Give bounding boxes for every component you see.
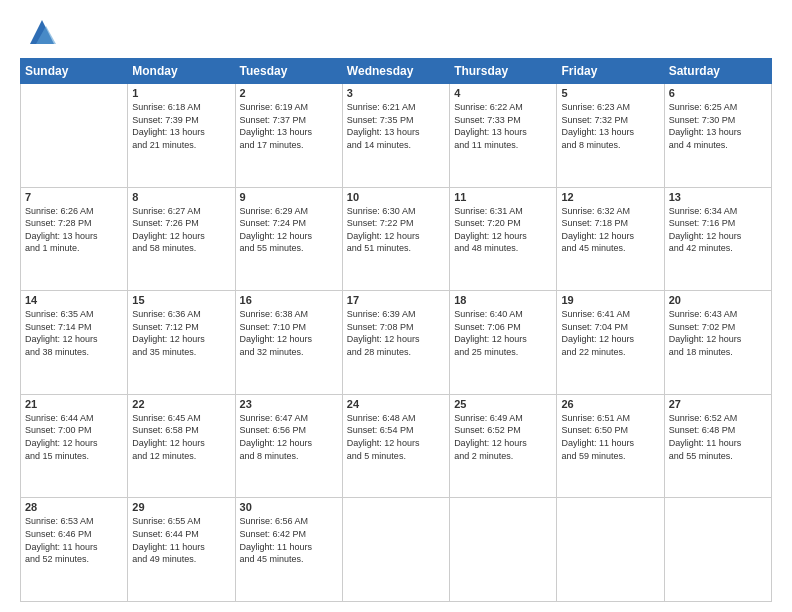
cell-info: Sunrise: 6:25 AM Sunset: 7:30 PM Dayligh… — [669, 101, 767, 151]
logo-icon — [26, 16, 58, 48]
day-number: 10 — [347, 191, 445, 203]
calendar-cell: 6Sunrise: 6:25 AM Sunset: 7:30 PM Daylig… — [664, 84, 771, 188]
day-number: 20 — [669, 294, 767, 306]
calendar-cell — [450, 498, 557, 602]
cell-info: Sunrise: 6:45 AM Sunset: 6:58 PM Dayligh… — [132, 412, 230, 462]
calendar-cell: 9Sunrise: 6:29 AM Sunset: 7:24 PM Daylig… — [235, 187, 342, 291]
calendar-cell: 11Sunrise: 6:31 AM Sunset: 7:20 PM Dayli… — [450, 187, 557, 291]
weekday-header-thursday: Thursday — [450, 59, 557, 84]
day-number: 18 — [454, 294, 552, 306]
cell-info: Sunrise: 6:19 AM Sunset: 7:37 PM Dayligh… — [240, 101, 338, 151]
calendar-cell — [557, 498, 664, 602]
weekday-header-monday: Monday — [128, 59, 235, 84]
weekday-header-row: SundayMondayTuesdayWednesdayThursdayFrid… — [21, 59, 772, 84]
day-number: 29 — [132, 501, 230, 513]
cell-info: Sunrise: 6:18 AM Sunset: 7:39 PM Dayligh… — [132, 101, 230, 151]
calendar-cell: 7Sunrise: 6:26 AM Sunset: 7:28 PM Daylig… — [21, 187, 128, 291]
cell-info: Sunrise: 6:39 AM Sunset: 7:08 PM Dayligh… — [347, 308, 445, 358]
day-number: 12 — [561, 191, 659, 203]
cell-info: Sunrise: 6:53 AM Sunset: 6:46 PM Dayligh… — [25, 515, 123, 565]
cell-info: Sunrise: 6:22 AM Sunset: 7:33 PM Dayligh… — [454, 101, 552, 151]
cell-info: Sunrise: 6:31 AM Sunset: 7:20 PM Dayligh… — [454, 205, 552, 255]
weekday-header-friday: Friday — [557, 59, 664, 84]
calendar-cell: 22Sunrise: 6:45 AM Sunset: 6:58 PM Dayli… — [128, 394, 235, 498]
day-number: 27 — [669, 398, 767, 410]
day-number: 1 — [132, 87, 230, 99]
day-number: 22 — [132, 398, 230, 410]
calendar-cell: 14Sunrise: 6:35 AM Sunset: 7:14 PM Dayli… — [21, 291, 128, 395]
weekday-header-sunday: Sunday — [21, 59, 128, 84]
day-number: 13 — [669, 191, 767, 203]
calendar-cell: 3Sunrise: 6:21 AM Sunset: 7:35 PM Daylig… — [342, 84, 449, 188]
cell-info: Sunrise: 6:51 AM Sunset: 6:50 PM Dayligh… — [561, 412, 659, 462]
weekday-header-wednesday: Wednesday — [342, 59, 449, 84]
header — [20, 16, 772, 48]
calendar-cell: 30Sunrise: 6:56 AM Sunset: 6:42 PM Dayli… — [235, 498, 342, 602]
calendar-cell: 27Sunrise: 6:52 AM Sunset: 6:48 PM Dayli… — [664, 394, 771, 498]
calendar-cell — [21, 84, 128, 188]
calendar-cell: 12Sunrise: 6:32 AM Sunset: 7:18 PM Dayli… — [557, 187, 664, 291]
day-number: 17 — [347, 294, 445, 306]
calendar-cell: 25Sunrise: 6:49 AM Sunset: 6:52 PM Dayli… — [450, 394, 557, 498]
cell-info: Sunrise: 6:32 AM Sunset: 7:18 PM Dayligh… — [561, 205, 659, 255]
cell-info: Sunrise: 6:36 AM Sunset: 7:12 PM Dayligh… — [132, 308, 230, 358]
day-number: 21 — [25, 398, 123, 410]
calendar-cell: 21Sunrise: 6:44 AM Sunset: 7:00 PM Dayli… — [21, 394, 128, 498]
cell-info: Sunrise: 6:26 AM Sunset: 7:28 PM Dayligh… — [25, 205, 123, 255]
day-number: 30 — [240, 501, 338, 513]
cell-info: Sunrise: 6:21 AM Sunset: 7:35 PM Dayligh… — [347, 101, 445, 151]
weekday-header-saturday: Saturday — [664, 59, 771, 84]
cell-info: Sunrise: 6:55 AM Sunset: 6:44 PM Dayligh… — [132, 515, 230, 565]
day-number: 4 — [454, 87, 552, 99]
day-number: 7 — [25, 191, 123, 203]
calendar-cell: 10Sunrise: 6:30 AM Sunset: 7:22 PM Dayli… — [342, 187, 449, 291]
calendar-cell: 24Sunrise: 6:48 AM Sunset: 6:54 PM Dayli… — [342, 394, 449, 498]
day-number: 26 — [561, 398, 659, 410]
cell-info: Sunrise: 6:43 AM Sunset: 7:02 PM Dayligh… — [669, 308, 767, 358]
calendar-cell: 18Sunrise: 6:40 AM Sunset: 7:06 PM Dayli… — [450, 291, 557, 395]
day-number: 5 — [561, 87, 659, 99]
calendar-cell: 19Sunrise: 6:41 AM Sunset: 7:04 PM Dayli… — [557, 291, 664, 395]
page: SundayMondayTuesdayWednesdayThursdayFrid… — [0, 0, 792, 612]
calendar-cell: 29Sunrise: 6:55 AM Sunset: 6:44 PM Dayli… — [128, 498, 235, 602]
cell-info: Sunrise: 6:48 AM Sunset: 6:54 PM Dayligh… — [347, 412, 445, 462]
cell-info: Sunrise: 6:34 AM Sunset: 7:16 PM Dayligh… — [669, 205, 767, 255]
cell-info: Sunrise: 6:44 AM Sunset: 7:00 PM Dayligh… — [25, 412, 123, 462]
calendar-cell: 16Sunrise: 6:38 AM Sunset: 7:10 PM Dayli… — [235, 291, 342, 395]
cell-info: Sunrise: 6:47 AM Sunset: 6:56 PM Dayligh… — [240, 412, 338, 462]
day-number: 19 — [561, 294, 659, 306]
calendar-cell: 5Sunrise: 6:23 AM Sunset: 7:32 PM Daylig… — [557, 84, 664, 188]
calendar-cell — [342, 498, 449, 602]
calendar-cell: 13Sunrise: 6:34 AM Sunset: 7:16 PM Dayli… — [664, 187, 771, 291]
calendar-cell — [664, 498, 771, 602]
calendar-cell: 20Sunrise: 6:43 AM Sunset: 7:02 PM Dayli… — [664, 291, 771, 395]
cell-info: Sunrise: 6:56 AM Sunset: 6:42 PM Dayligh… — [240, 515, 338, 565]
calendar-cell: 4Sunrise: 6:22 AM Sunset: 7:33 PM Daylig… — [450, 84, 557, 188]
calendar-cell: 15Sunrise: 6:36 AM Sunset: 7:12 PM Dayli… — [128, 291, 235, 395]
day-number: 23 — [240, 398, 338, 410]
cell-info: Sunrise: 6:30 AM Sunset: 7:22 PM Dayligh… — [347, 205, 445, 255]
cell-info: Sunrise: 6:52 AM Sunset: 6:48 PM Dayligh… — [669, 412, 767, 462]
day-number: 25 — [454, 398, 552, 410]
calendar-cell: 26Sunrise: 6:51 AM Sunset: 6:50 PM Dayli… — [557, 394, 664, 498]
day-number: 14 — [25, 294, 123, 306]
cell-info: Sunrise: 6:29 AM Sunset: 7:24 PM Dayligh… — [240, 205, 338, 255]
cell-info: Sunrise: 6:40 AM Sunset: 7:06 PM Dayligh… — [454, 308, 552, 358]
cell-info: Sunrise: 6:38 AM Sunset: 7:10 PM Dayligh… — [240, 308, 338, 358]
day-number: 8 — [132, 191, 230, 203]
week-row-3: 21Sunrise: 6:44 AM Sunset: 7:00 PM Dayli… — [21, 394, 772, 498]
day-number: 16 — [240, 294, 338, 306]
day-number: 6 — [669, 87, 767, 99]
cell-info: Sunrise: 6:41 AM Sunset: 7:04 PM Dayligh… — [561, 308, 659, 358]
logo — [20, 16, 58, 48]
calendar-cell: 17Sunrise: 6:39 AM Sunset: 7:08 PM Dayli… — [342, 291, 449, 395]
calendar-table: SundayMondayTuesdayWednesdayThursdayFrid… — [20, 58, 772, 602]
day-number: 3 — [347, 87, 445, 99]
cell-info: Sunrise: 6:23 AM Sunset: 7:32 PM Dayligh… — [561, 101, 659, 151]
calendar-cell: 1Sunrise: 6:18 AM Sunset: 7:39 PM Daylig… — [128, 84, 235, 188]
week-row-1: 7Sunrise: 6:26 AM Sunset: 7:28 PM Daylig… — [21, 187, 772, 291]
cell-info: Sunrise: 6:49 AM Sunset: 6:52 PM Dayligh… — [454, 412, 552, 462]
day-number: 2 — [240, 87, 338, 99]
calendar-cell: 23Sunrise: 6:47 AM Sunset: 6:56 PM Dayli… — [235, 394, 342, 498]
week-row-4: 28Sunrise: 6:53 AM Sunset: 6:46 PM Dayli… — [21, 498, 772, 602]
